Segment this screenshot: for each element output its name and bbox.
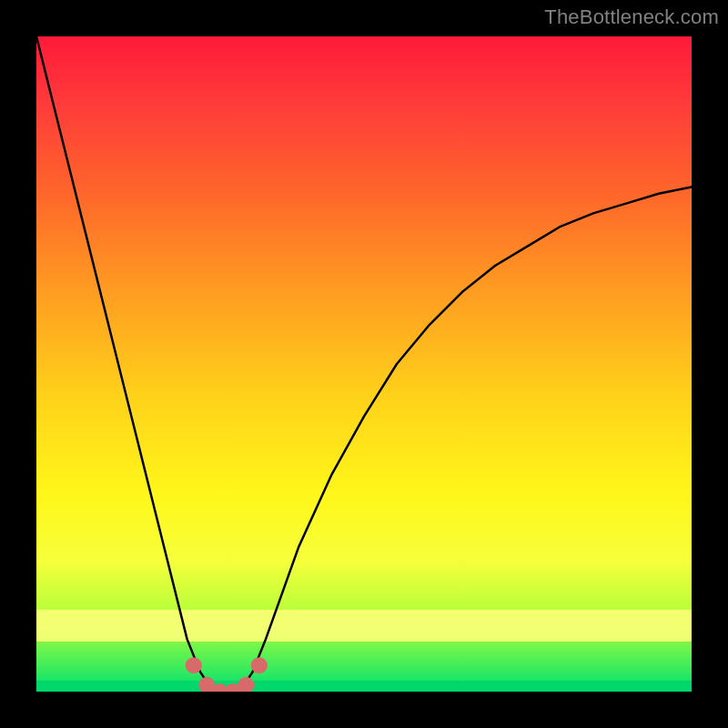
curve-marker (238, 677, 254, 692)
attribution-text: TheBottleneck.com (544, 5, 719, 29)
bottleneck-curve (36, 36, 692, 692)
chart-frame: TheBottleneck.com (0, 0, 728, 728)
curve-line (36, 36, 692, 692)
curve-marker (186, 657, 202, 673)
curve-markers (186, 657, 268, 692)
plot-area (36, 36, 692, 692)
curve-marker (251, 657, 268, 673)
